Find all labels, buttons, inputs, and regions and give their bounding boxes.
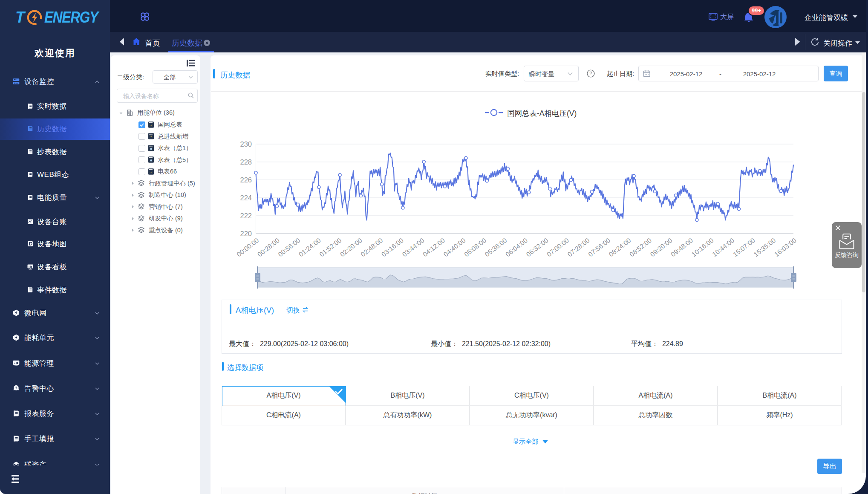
svg-text:03:16:00: 03:16:00: [380, 237, 405, 258]
svg-text:16:03:00: 16:03:00: [773, 237, 798, 258]
svg-text:220: 220: [240, 230, 252, 237]
svg-text:00:56:00: 00:56:00: [277, 237, 301, 258]
svg-text:01:52:00: 01:52:00: [318, 237, 343, 258]
svg-text:10:16:00: 10:16:00: [690, 237, 715, 258]
svg-text:228: 228: [240, 158, 252, 166]
svg-text:04:12:00: 04:12:00: [421, 237, 446, 258]
svg-text:15:07:00: 15:07:00: [732, 237, 756, 258]
svg-text:02:20:00: 02:20:00: [339, 237, 363, 258]
svg-text:05:08:00: 05:08:00: [463, 237, 487, 258]
svg-text:222: 222: [240, 212, 252, 220]
svg-text:08:24:00: 08:24:00: [608, 237, 632, 258]
svg-text:07:00:00: 07:00:00: [545, 237, 570, 258]
svg-text:226: 226: [240, 176, 252, 184]
svg-text:09:48:00: 09:48:00: [669, 237, 694, 258]
svg-text:15:35:00: 15:35:00: [752, 237, 777, 258]
svg-text:00:00:00: 00:00:00: [235, 237, 260, 258]
svg-text:224: 224: [240, 194, 252, 202]
svg-text:02:48:00: 02:48:00: [359, 237, 384, 258]
svg-text:01:24:00: 01:24:00: [297, 237, 322, 258]
svg-text:05:36:00: 05:36:00: [484, 237, 508, 258]
svg-text:10:44:00: 10:44:00: [711, 237, 735, 258]
svg-text:04:40:00: 04:40:00: [442, 237, 467, 258]
svg-text:06:32:00: 06:32:00: [525, 237, 550, 258]
svg-text:08:52:00: 08:52:00: [628, 237, 653, 258]
svg-text:07:56:00: 07:56:00: [587, 237, 611, 258]
svg-text:06:04:00: 06:04:00: [504, 237, 529, 258]
svg-text:09:20:00: 09:20:00: [649, 237, 674, 258]
svg-text:07:28:00: 07:28:00: [566, 237, 591, 258]
svg-text:00:28:00: 00:28:00: [256, 237, 281, 258]
svg-text:03:44:00: 03:44:00: [401, 237, 426, 258]
svg-text:230: 230: [240, 140, 252, 148]
